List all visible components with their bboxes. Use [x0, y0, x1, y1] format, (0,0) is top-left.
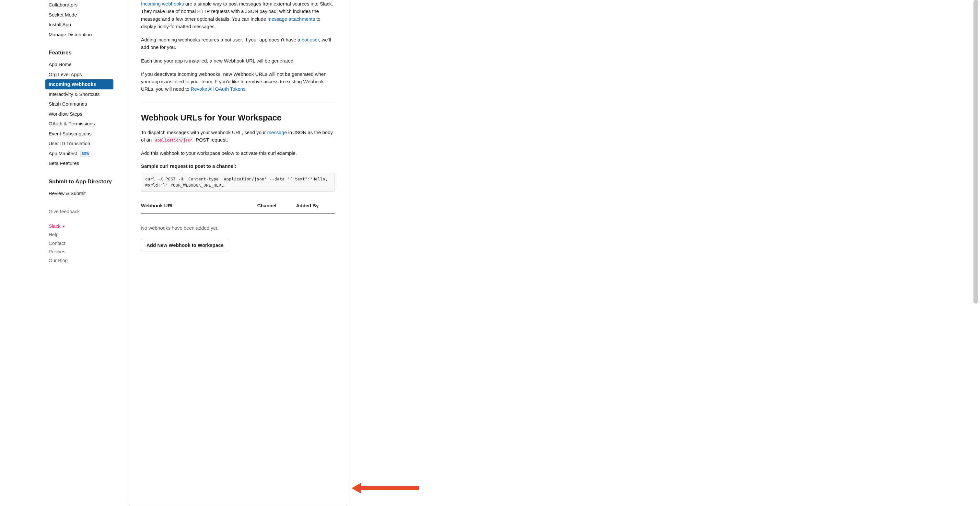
link-message[interactable]: message [267, 130, 287, 135]
sidebar-item-slash-commands[interactable]: Slash Commands [45, 99, 113, 109]
arrow-pointer-icon [352, 482, 420, 495]
link-revoke-tokens[interactable]: Revoke All OAuth Tokens. [191, 86, 247, 92]
sidebar-item-oauth-permissions[interactable]: OAuth & Permissions [45, 119, 113, 129]
sidebar-footer: Give feedback Slack ♥ Help Contact Polic… [49, 208, 113, 265]
heart-icon: ♥ [62, 224, 65, 229]
intro-paragraph-4: If you deactivate incoming webhooks, new… [141, 70, 335, 93]
link-bot-user[interactable]: bot user [302, 37, 319, 43]
sidebar-group-features: Features App Home Org Level Apps Incomin… [49, 47, 113, 168]
intro-paragraph-2: Adding incoming webhooks requires a bot … [141, 36, 335, 51]
sidebar-item-event-subscriptions[interactable]: Event Subscriptions [45, 129, 113, 139]
sidebar-item-user-id-translation[interactable]: User ID Translation [45, 139, 113, 149]
footer-link-slack[interactable]: Slack ♥ [49, 222, 113, 231]
sidebar: Collaborators Socket Mode Install App Ma… [0, 0, 113, 506]
footer-link-contact[interactable]: Contact [49, 239, 113, 248]
sidebar-item-socket-mode[interactable]: Socket Mode [45, 10, 113, 20]
code-application-json: application/json [153, 137, 195, 143]
sidebar-group-settings: Collaborators Socket Mode Install App Ma… [49, 0, 113, 40]
sidebar-item-interactivity-shortcuts[interactable]: Interactivity & Shortcuts [45, 89, 113, 100]
sidebar-item-app-manifest[interactable]: App Manifest NEW [45, 149, 113, 159]
table-header-channel: Channel [257, 200, 296, 213]
intro-paragraph-3: Each time your app is installed, a new W… [141, 57, 335, 65]
webhook-table: Webhook URL Channel Added By [141, 200, 335, 214]
table-header-webhook-url: Webhook URL [141, 200, 257, 213]
sidebar-item-org-level-apps[interactable]: Org Level Apps [45, 70, 113, 80]
sidebar-group-submit: Submit to App Directory Review & Submit [49, 176, 113, 198]
sidebar-item-workflow-steps[interactable]: Workflow Steps [45, 109, 113, 119]
footer-link-policies[interactable]: Policies [49, 247, 113, 256]
footer-link-label: Slack [49, 223, 60, 229]
main-panel: Incoming webhooks are a simple way to po… [113, 0, 980, 506]
activate-paragraph: Add this webhook to your workspace below… [141, 149, 335, 157]
section-heading-webhook-urls: Webhook URLs for Your Workspace [141, 111, 335, 124]
dispatch-paragraph: To dispatch messages with your webhook U… [141, 128, 335, 144]
sidebar-item-incoming-webhooks[interactable]: Incoming Webhooks [45, 79, 113, 89]
table-header-added-by: Added By [296, 200, 335, 213]
sidebar-item-app-home[interactable]: App Home [45, 60, 113, 70]
footer-link-help[interactable]: Help [49, 230, 113, 239]
sidebar-heading-features: Features [49, 47, 113, 58]
svg-marker-0 [352, 483, 419, 493]
text: Adding incoming webhooks requires a bot … [141, 37, 302, 43]
text: POST request. [194, 137, 228, 143]
add-webhook-button[interactable]: Add New Webhook to Workspace [141, 239, 229, 251]
webhook-empty-state: No webhooks have been added yet. [141, 220, 335, 239]
curl-code-block: curl -X POST -H 'Content-type: applicati… [141, 173, 335, 192]
link-incoming-webhooks[interactable]: Incoming webhooks [141, 1, 184, 6]
link-message-attachments[interactable]: message attachments [267, 16, 315, 22]
sidebar-item-manage-distribution[interactable]: Manage Distribution [45, 30, 113, 40]
scrollbar[interactable] [974, 0, 978, 303]
sidebar-item-install-app[interactable]: Install App [45, 20, 113, 30]
give-feedback-link[interactable]: Give feedback [49, 208, 113, 216]
sidebar-item-beta-features[interactable]: Beta Features [45, 159, 113, 168]
intro-paragraph-1: Incoming webhooks are a simple way to po… [141, 0, 335, 30]
footer-link-blog[interactable]: Our Blog [49, 256, 113, 265]
new-badge: NEW [80, 151, 91, 157]
sidebar-item-label: App Manifest [49, 151, 77, 156]
divider [141, 102, 335, 102]
content-card: Incoming webhooks are a simple way to po… [128, 0, 348, 506]
sidebar-item-review-submit[interactable]: Review & Submit [45, 189, 113, 198]
sidebar-item-collaborators[interactable]: Collaborators [45, 0, 113, 10]
text: To dispatch messages with your webhook U… [141, 130, 267, 135]
curl-heading: Sample curl request to post to a channel… [141, 163, 335, 170]
sidebar-heading-submit: Submit to App Directory [49, 176, 113, 187]
